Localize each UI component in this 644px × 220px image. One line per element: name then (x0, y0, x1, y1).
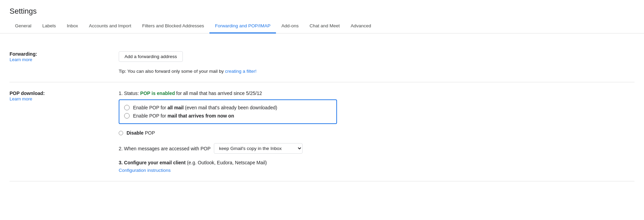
page-title: Settings (0, 0, 644, 19)
configuration-instructions-link[interactable]: Configuration instructions (119, 168, 171, 173)
pop-step2-select[interactable]: keep Gmail's copy in the Inbox mark Gmai… (214, 143, 303, 154)
pop-status-suffix: for all mail that has arrived since 5/25… (175, 91, 262, 96)
pop-option-disable-label: Disable POP (127, 130, 155, 136)
tab-chat-meet[interactable]: Chat and Meet (304, 19, 345, 33)
pop-option-from-now-radio[interactable] (124, 113, 130, 119)
pop-learn-more-link[interactable]: Learn more (10, 96, 32, 101)
tabs-bar: General Labels Inbox Accounts and Import… (0, 19, 644, 33)
creating-filter-link[interactable]: creating a filter! (225, 69, 257, 74)
tab-forwarding-pop-imap[interactable]: Forwarding and POP/IMAP (209, 19, 276, 33)
pop-content: 1. Status: POP is enabled for all mail t… (119, 91, 634, 173)
pop-step2-label: 2. When messages are accessed with POP (119, 146, 210, 151)
pop-option-disable-row: Disable POP (119, 129, 634, 137)
content-area: Forwarding: Learn more Add a forwarding … (0, 33, 644, 195)
settings-page: Settings General Labels Inbox Accounts a… (0, 0, 644, 220)
pop-label-title: POP download: (10, 91, 105, 96)
pop-status-prefix: 1. Status: (119, 91, 140, 96)
tab-general[interactable]: General (10, 19, 37, 33)
pop-download-section: POP download: Learn more 1. Status: POP … (10, 82, 634, 181)
pop-label-col: POP download: Learn more (10, 91, 119, 173)
pop-options-box: Enable POP for all mail (even mail that'… (119, 99, 337, 124)
tab-add-ons[interactable]: Add-ons (276, 19, 304, 33)
pop-option-all-mail-label: Enable POP for all mail (even mail that'… (133, 105, 277, 110)
pop-option-from-now-row: Enable POP for mail that arrives from no… (124, 112, 332, 120)
pop-option-disable-radio[interactable] (119, 131, 123, 135)
forwarding-content: Add a forwarding address Tip: You can al… (119, 51, 634, 74)
forwarding-section: Forwarding: Learn more Add a forwarding … (10, 43, 634, 82)
pop-option-from-now-label: Enable POP for mail that arrives from no… (133, 113, 234, 119)
pop-step3-title: 3. Configure your email client (e.g. Out… (119, 160, 634, 165)
pop-step3-row: 3. Configure your email client (e.g. Out… (119, 160, 634, 173)
pop-step2-row: 2. When messages are accessed with POP k… (119, 143, 634, 154)
tab-advanced[interactable]: Advanced (345, 19, 377, 33)
forwarding-learn-more-link[interactable]: Learn more (10, 57, 32, 62)
pop-option-all-mail-row: Enable POP for all mail (even mail that'… (124, 104, 332, 112)
tip-prefix-text: Tip: You can also forward only some of y… (119, 69, 225, 74)
forwarding-label-col: Forwarding: Learn more (10, 51, 119, 74)
forwarding-tip: Tip: You can also forward only some of y… (119, 69, 634, 74)
pop-status-enabled-text: POP is enabled (140, 91, 175, 96)
add-forwarding-address-button[interactable]: Add a forwarding address (119, 51, 183, 62)
tab-filters-blocked[interactable]: Filters and Blocked Addresses (137, 19, 210, 33)
forwarding-label-title: Forwarding: (10, 51, 105, 57)
tab-labels[interactable]: Labels (37, 19, 61, 33)
tab-inbox[interactable]: Inbox (61, 19, 84, 33)
pop-option-all-mail-radio[interactable] (124, 105, 130, 110)
pop-status-line: 1. Status: POP is enabled for all mail t… (119, 91, 634, 96)
tab-accounts-import[interactable]: Accounts and Import (84, 19, 137, 33)
